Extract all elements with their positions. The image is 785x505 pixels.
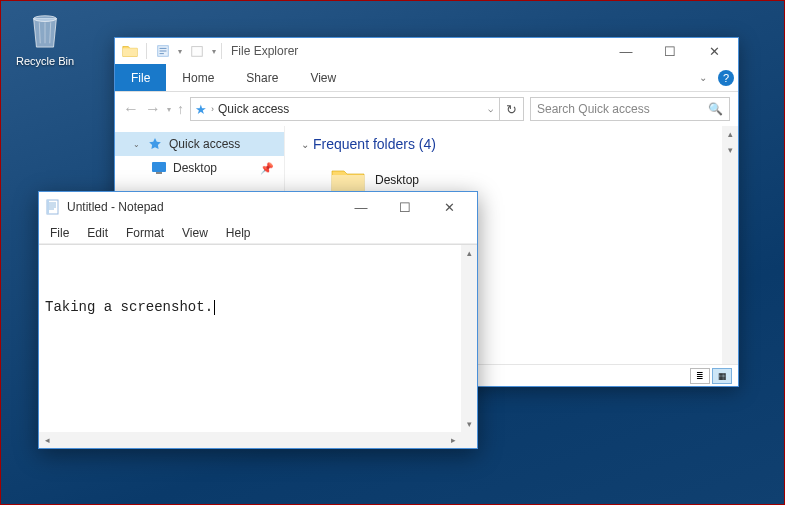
collapse-icon[interactable]: ⌄ [133, 140, 141, 149]
svg-rect-6 [332, 175, 364, 192]
close-button[interactable]: ✕ [427, 193, 471, 221]
nav-quick-access[interactable]: ⌄ Quick access [115, 132, 284, 156]
address-dropdown-icon[interactable]: ⌵ [488, 104, 495, 114]
notepad-window: Untitled - Notepad — ☐ ✕ File Edit Forma… [38, 191, 478, 449]
chevron-right-icon: › [211, 104, 214, 114]
horizontal-scrollbar[interactable]: ◂ ▸ [39, 432, 477, 448]
menu-view[interactable]: View [175, 224, 215, 242]
tab-home[interactable]: Home [166, 64, 230, 91]
text-cursor [214, 300, 215, 315]
search-input[interactable]: Search Quick access 🔍 [530, 97, 730, 121]
notepad-text: Taking a screenshot. [45, 299, 213, 315]
properties-qat-icon[interactable] [153, 41, 173, 61]
nav-desktop[interactable]: Desktop 📌 [115, 156, 284, 180]
folder-item-desktop[interactable]: Desktop [331, 166, 722, 194]
quick-access-star-icon: ★ [195, 102, 207, 117]
scroll-up-icon[interactable]: ▴ [461, 245, 477, 261]
menu-format[interactable]: Format [119, 224, 171, 242]
search-placeholder: Search Quick access [537, 102, 650, 116]
minimize-button[interactable]: — [339, 193, 383, 221]
new-folder-qat-icon[interactable] [187, 41, 207, 61]
notepad-icon [45, 199, 61, 215]
close-button[interactable]: ✕ [692, 38, 736, 64]
refresh-button[interactable]: ↻ [500, 97, 524, 121]
address-location: Quick access [218, 102, 289, 116]
svg-rect-1 [123, 48, 137, 56]
maximize-button[interactable]: ☐ [648, 38, 692, 64]
notepad-menubar: File Edit Format View Help [39, 222, 477, 244]
scroll-down-icon[interactable]: ▾ [461, 416, 477, 432]
desktop-icon [151, 160, 167, 176]
folder-icon [331, 166, 365, 194]
address-bar[interactable]: ★ › Quick access ⌵ [190, 97, 500, 121]
recycle-bin-label: Recycle Bin [15, 55, 75, 67]
menu-file[interactable]: File [43, 224, 76, 242]
nav-forward-button[interactable]: → [145, 100, 161, 118]
content-scrollbar[interactable]: ▴ ▾ [722, 126, 738, 364]
svg-rect-8 [47, 200, 49, 214]
nav-up-button[interactable]: ↑ [177, 101, 184, 117]
section-frequent-folders[interactable]: ⌄ Frequent folders (4) [301, 136, 722, 152]
search-icon: 🔍 [708, 102, 723, 116]
explorer-titlebar[interactable]: ▾ ▾ File Explorer — ☐ ✕ [115, 38, 738, 64]
maximize-button[interactable]: ☐ [383, 193, 427, 221]
qat-dropdown-icon[interactable]: ▾ [212, 47, 216, 56]
nav-desktop-label: Desktop [173, 161, 217, 175]
notepad-title: Untitled - Notepad [67, 200, 164, 214]
section-collapse-icon[interactable]: ⌄ [301, 139, 309, 150]
scroll-right-icon[interactable]: ▸ [445, 432, 461, 448]
scroll-corner [461, 432, 477, 448]
svg-point-0 [34, 16, 57, 22]
menu-edit[interactable]: Edit [80, 224, 115, 242]
pin-icon[interactable]: 📌 [260, 162, 274, 175]
tab-file[interactable]: File [115, 64, 166, 91]
minimize-button[interactable]: — [604, 38, 648, 64]
svg-rect-3 [192, 47, 203, 57]
nav-back-button[interactable]: ← [123, 100, 139, 118]
menu-help[interactable]: Help [219, 224, 258, 242]
scroll-left-icon[interactable]: ◂ [39, 432, 55, 448]
star-icon [147, 136, 163, 152]
vertical-scrollbar[interactable]: ▴ ▾ [461, 245, 477, 432]
view-details-button[interactable]: ≣ [690, 368, 710, 384]
svg-rect-5 [156, 172, 162, 174]
recycle-bin-desktop-icon[interactable]: Recycle Bin [15, 9, 75, 67]
expand-ribbon-icon[interactable]: ⌄ [692, 64, 714, 91]
nav-quick-access-label: Quick access [169, 137, 240, 151]
recycle-bin-icon [26, 9, 64, 51]
folder-icon [120, 41, 140, 61]
address-row: ← → ▾ ↑ ★ › Quick access ⌵ ↻ Search Quic… [115, 92, 738, 126]
separator [221, 43, 222, 59]
separator [146, 43, 147, 59]
scroll-up-icon[interactable]: ▴ [722, 126, 738, 142]
scroll-down-icon[interactable]: ▾ [722, 142, 738, 158]
window-title: File Explorer [231, 44, 298, 58]
svg-rect-4 [152, 162, 166, 172]
notepad-textarea[interactable]: Taking a screenshot. [39, 245, 461, 432]
tab-view[interactable]: View [294, 64, 352, 91]
section-title: Frequent folders (4) [313, 136, 436, 152]
tab-share[interactable]: Share [230, 64, 294, 91]
help-button[interactable]: ? [714, 64, 738, 91]
ribbon-tabs: File Home Share View ⌄ ? [115, 64, 738, 92]
chevron-down-icon[interactable]: ▾ [178, 47, 182, 56]
view-icons-button[interactable]: ▦ [712, 368, 732, 384]
help-icon: ? [718, 70, 734, 86]
notepad-titlebar[interactable]: Untitled - Notepad — ☐ ✕ [39, 192, 477, 222]
nav-history-dropdown[interactable]: ▾ [167, 105, 171, 114]
folder-label: Desktop [375, 173, 419, 187]
